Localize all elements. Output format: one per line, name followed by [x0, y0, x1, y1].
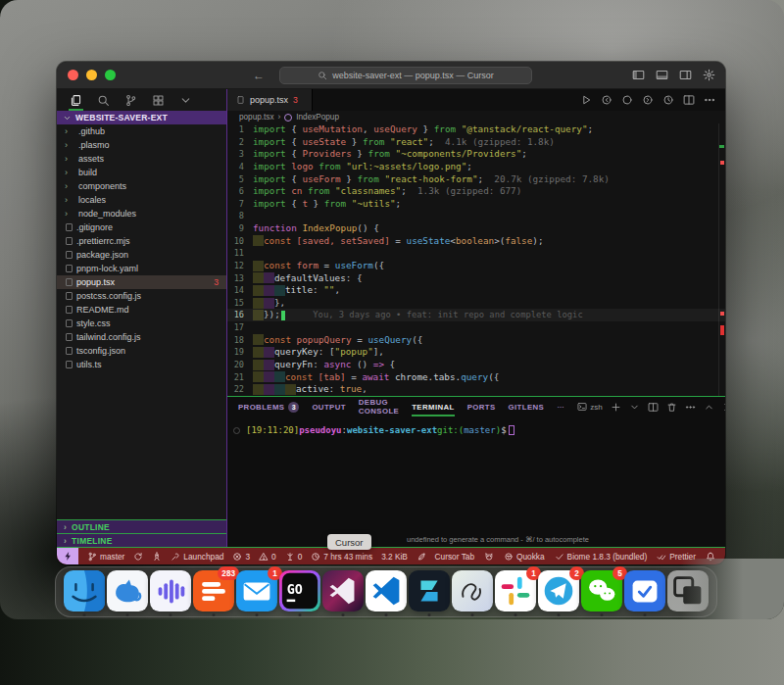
dock-app-screenshot-app[interactable] — [667, 570, 709, 612]
explorer-item-node-modules[interactable]: ›node_modules — [57, 207, 226, 220]
new-terminal-icon[interactable] — [611, 402, 621, 413]
code-line[interactable]: 4import logo from "url:~assets/logo.png"… — [227, 161, 725, 173]
gitlens-launchpad-icon[interactable] — [152, 552, 162, 562]
dock-app-cursor[interactable] — [322, 570, 364, 612]
dock-app-doodle-app[interactable] — [452, 570, 493, 612]
code-line[interactable]: 6import cn from "classnames"; 1.3k (gzip… — [227, 185, 725, 198]
code-line[interactable]: 8 — [227, 210, 725, 222]
dock-app-vscode[interactable] — [366, 570, 407, 612]
code-line[interactable]: 3import { Providers } from "~components/… — [227, 148, 725, 161]
maximize-panel-icon[interactable] — [704, 402, 714, 413]
dock-app-fox-browser[interactable] — [107, 570, 148, 612]
shell-selector[interactable]: zsh — [577, 402, 602, 412]
panel-tab-ports[interactable]: PORTS — [467, 397, 496, 416]
cursor-tab[interactable]: Cursor Tab — [435, 552, 474, 562]
panel-tab-output[interactable]: OUTPUT — [312, 397, 345, 416]
split-editor-icon[interactable] — [683, 94, 695, 106]
launchpad[interactable]: Launchpad — [171, 552, 223, 562]
dock-app-slack[interactable]: 1 — [495, 570, 536, 612]
breadcrumb-file[interactable]: popup.tsx — [239, 113, 274, 122]
file-size[interactable]: 3.2 KiB — [381, 552, 408, 562]
explorer-item-popup-tsx[interactable]: popup.tsx3 — [57, 275, 226, 289]
close-window-button[interactable] — [68, 70, 78, 80]
panel-tab-problems[interactable]: PROBLEMS3 — [238, 397, 299, 416]
explorer-item--prettierrc-mjs[interactable]: .prettierrc.mjs — [57, 234, 226, 248]
explorer-item-postcss-config-js[interactable]: postcss.config.js — [57, 289, 226, 303]
code-line[interactable]: 7import { t } from "~utils"; — [227, 198, 725, 211]
feather-indicator[interactable] — [416, 552, 426, 562]
dock-app-finder[interactable] — [64, 570, 105, 612]
minimize-window-button[interactable] — [86, 70, 97, 80]
layout-sidebar-right-icon[interactable] — [679, 69, 692, 81]
copilot-cat[interactable] — [484, 552, 494, 562]
code-line[interactable]: 11 — [227, 247, 725, 260]
explorer-item--github[interactable]: ›.github — [57, 124, 226, 138]
section-timeline[interactable]: ›TIMELINE — [57, 533, 226, 547]
code-line[interactable]: 17 — [227, 321, 725, 334]
command-center-search[interactable]: website-saver-ext — popup.tsx — Cursor — [279, 67, 532, 84]
panel-tabs-more-icon[interactable]: ⋯ — [557, 403, 564, 412]
layout-sidebar-left-icon[interactable] — [632, 69, 645, 81]
explorer-item-assets[interactable]: ›assets — [57, 152, 226, 166]
breadcrumb-symbol[interactable]: IndexPopup — [296, 113, 339, 122]
more-actions-icon[interactable] — [704, 94, 715, 106]
problems-errors[interactable]: 3 — [232, 552, 250, 562]
panel-tab-terminal[interactable]: TERMINAL — [412, 397, 454, 416]
explorer-item-tsconfig-json[interactable]: tsconfig.json — [57, 344, 226, 358]
record-circle-icon[interactable] — [621, 94, 633, 106]
problems-warnings[interactable]: 0 — [259, 552, 276, 562]
code-line[interactable]: 18const popupQuery = useQuery({ — [227, 334, 725, 347]
explorer-item-style-css[interactable]: style.css — [57, 317, 226, 330]
breadcrumb[interactable]: popup.tsx › IndexPopup — [227, 111, 725, 123]
dock-app-goland[interactable]: GO — [279, 570, 320, 612]
dock-app-wechat[interactable]: 5 — [581, 570, 622, 612]
code-line[interactable]: 21const [tab] = await chrome.tabs.query(… — [227, 371, 725, 384]
more-icon[interactable] — [685, 402, 696, 413]
dock-app-audio-waveform-app[interactable] — [150, 570, 191, 612]
dock-app-rss-reader[interactable]: 283 — [193, 570, 234, 612]
explorer-item-build[interactable]: ›build — [57, 166, 226, 179]
prettier[interactable]: Prettier — [657, 552, 696, 562]
trash-icon[interactable] — [666, 402, 677, 413]
explorer-item--gitignore[interactable]: .gitignore — [57, 220, 226, 234]
files-icon[interactable] — [70, 94, 82, 107]
overview-ruler[interactable] — [718, 123, 725, 396]
chevron-down-icon[interactable] — [629, 402, 640, 413]
code-line[interactable]: 2import { useState } from "react"; 4.1k … — [227, 136, 725, 149]
extensions-icon[interactable] — [152, 94, 165, 107]
panel-tab-gitlens[interactable]: GITLENS — [509, 397, 545, 416]
git-branch[interactable]: master — [87, 552, 124, 562]
chevron-down-icon[interactable] — [179, 94, 192, 107]
code-editor[interactable]: 1import { useMutation, useQuery } from "… — [227, 123, 725, 396]
source-control-icon[interactable] — [124, 94, 137, 107]
nav-back-circle-icon[interactable] — [601, 94, 612, 106]
explorer-item-package-json[interactable]: package.json — [57, 248, 226, 262]
dock-app-telegram[interactable]: 2 — [538, 570, 579, 612]
explorer-item-utils-ts[interactable]: utils.ts — [57, 358, 226, 371]
code-line[interactable]: 19queryKey: ["popup"], — [227, 346, 725, 359]
dock-app-mail[interactable]: 1 — [236, 570, 277, 612]
explorer-item-tailwind-config-js[interactable]: tailwind.config.js — [57, 330, 226, 344]
tab-popup-tsx[interactable]: popup.tsx 3 — [227, 89, 313, 111]
back-arrow-icon[interactable]: ← — [253, 69, 265, 82]
code-line[interactable]: 10const [saved, setSaved] = useState<boo… — [227, 235, 725, 248]
code-line[interactable]: 13defaultValues: { — [227, 272, 725, 285]
explorer-item-readme-md[interactable]: README.md — [57, 303, 226, 317]
code-line[interactable]: 1import { useMutation, useQuery } from "… — [227, 123, 725, 136]
code-line[interactable]: 16});You, 3 days ago • feat: init repo a… — [227, 309, 725, 321]
close-panel-icon[interactable] — [722, 402, 725, 413]
code-line[interactable]: 5import { useForm } from "react-hook-for… — [227, 173, 725, 186]
explorer-root-header[interactable]: WEBSITE-SAVER-EXT — [57, 111, 226, 124]
run-timer-icon[interactable] — [662, 94, 674, 106]
terminal-content[interactable]: [19:11:20] pseudoyu:website-saver-ext gi… — [227, 416, 725, 435]
code-line[interactable]: 22active: true, — [227, 383, 725, 396]
split-terminal-icon[interactable] — [648, 402, 659, 413]
remote-indicator[interactable] — [57, 548, 78, 564]
settings-gear-icon[interactable] — [703, 69, 715, 81]
layout-panel-icon[interactable] — [656, 69, 668, 81]
explorer-item-locales[interactable]: ›locales — [57, 193, 226, 207]
explorer-item-components[interactable]: ›components — [57, 179, 226, 193]
marks-count[interactable]: 0 — [285, 552, 303, 562]
code-line[interactable]: 12const form = useForm({ — [227, 260, 725, 272]
dock-app-warp-terminal[interactable] — [409, 570, 450, 612]
